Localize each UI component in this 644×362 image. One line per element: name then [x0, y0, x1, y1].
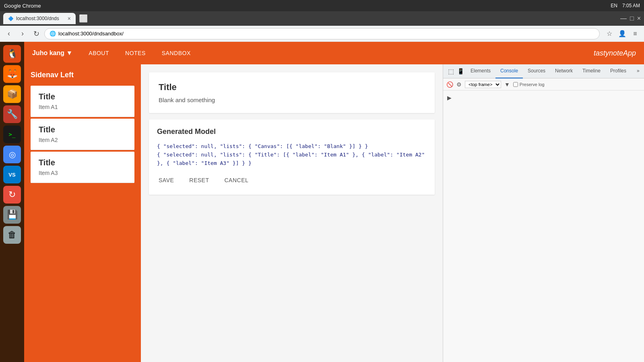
new-tab-button[interactable]: ⬜	[79, 14, 88, 23]
generated-model-heading: Generated Model	[157, 128, 427, 136]
taskbar-right: EN 7:05 AM	[611, 3, 640, 8]
devtools-frame-select[interactable]: <top frame>	[465, 81, 501, 88]
taskbar-input-method: EN	[611, 3, 617, 8]
star-button[interactable]: ☆	[604, 28, 615, 39]
tab-close-button[interactable]: ×	[68, 15, 71, 22]
forward-button[interactable]: ›	[17, 28, 28, 39]
sidebar-icon-visual-studio[interactable]: VS	[3, 166, 21, 183]
save-button[interactable]: SAVE	[157, 174, 175, 187]
devtools-panel: ⬚ 📱 Elements Console Sources Network Tim…	[443, 64, 644, 362]
sidenav-card-1-item: Item A2	[39, 137, 126, 143]
sidenav-card-0[interactable]: Title Item A1	[31, 86, 134, 117]
os-taskbar: Google Chrome EN 7:05 AM	[0, 0, 644, 11]
maximize-button[interactable]: □	[630, 15, 634, 22]
devtools-toolbar: 🚫 ⚙ <top frame> ▼ Preserve log	[443, 78, 644, 90]
sidenav-card-2-item: Item A3	[39, 170, 126, 176]
sidenav-card-1-title: Title	[39, 125, 126, 134]
tab-network[interactable]: Network	[550, 64, 578, 78]
preserve-log-text: Preserve log	[520, 82, 545, 87]
generated-model-code: { "selected": null, "lists": { "Canvas":…	[157, 142, 427, 167]
sidenav: Sidenav Left Title Item A1 Title Item A2…	[24, 64, 141, 362]
menu-button[interactable]: ≡	[630, 28, 641, 39]
tab-sources[interactable]: Sources	[523, 64, 550, 78]
devtools-frame-expand-button[interactable]: ▼	[504, 81, 510, 88]
sidebar-icon-trash[interactable]: 🗑	[3, 226, 21, 244]
app-nav: Juho kang ▼ ABOUT NOTES SANDBOX tastynot…	[24, 42, 644, 64]
tab-profiles[interactable]: Profiles	[605, 64, 631, 78]
tab-more[interactable]: »	[632, 64, 644, 78]
tab-favicon: 🔷	[8, 16, 14, 21]
devtools-tabs: ⬚ 📱 Elements Console Sources Network Tim…	[443, 64, 644, 78]
generated-model-section: Generated Model { "selected": null, "lis…	[149, 119, 435, 195]
preserve-log-checkbox[interactable]	[513, 82, 518, 87]
close-button[interactable]: ×	[637, 15, 641, 22]
devtools-expand-button[interactable]: ▶	[446, 94, 452, 102]
taskbar-time: 7:05 AM	[622, 3, 640, 8]
sidenav-title: Sidenav Left	[31, 71, 134, 79]
app-logo[interactable]: tastynoteApp	[594, 49, 636, 58]
devtools-filter-button[interactable]: ⚙	[456, 81, 462, 88]
sidebar-icon-update[interactable]: ↻	[3, 186, 21, 204]
nav-item-notes[interactable]: NOTES	[117, 42, 154, 64]
sidebar-icon-ubuntu[interactable]: 🐧	[3, 45, 21, 63]
selected-card-description: Blank and something	[159, 97, 425, 103]
generated-line-0: { "selected": null, "lists": { "Canvas":…	[157, 142, 427, 151]
chrome-window: 🔷 localhost:3000/dnds × ⬜ — □ × ‹ › ↻ 🌐 …	[0, 11, 644, 362]
sidenav-card-0-title: Title	[39, 92, 126, 101]
app-brand[interactable]: Juho kang ▼	[32, 49, 72, 57]
sidebar-icon-amazon[interactable]: 📦	[3, 85, 21, 103]
chrome-tab[interactable]: 🔷 localhost:3000/dnds ×	[3, 13, 76, 24]
sidenav-card-0-item: Item A1	[39, 104, 126, 110]
devtools-clear-button[interactable]: 🚫	[446, 81, 453, 88]
sidebar-icon-chrome[interactable]: ◎	[3, 146, 21, 163]
toolbar-actions: ☆ 👤 ≡	[604, 28, 641, 39]
account-button[interactable]: 👤	[617, 28, 628, 39]
taskbar-left: Google Chrome	[4, 3, 41, 9]
chrome-toolbar: ‹ › ↻ 🌐 localhost:3000/dndsandbox/ ☆ 👤 ≡	[0, 26, 644, 42]
reset-button[interactable]: RESET	[188, 174, 211, 187]
tab-elements[interactable]: Elements	[466, 64, 495, 78]
reload-button[interactable]: ↻	[31, 28, 42, 39]
minimize-button[interactable]: —	[620, 15, 627, 22]
taskbar-app-name: Google Chrome	[4, 3, 41, 9]
sidebar-icon-tools[interactable]: 🔧	[3, 105, 21, 123]
sidenav-list: Title Item A1 Title Item A2 Title Item A…	[31, 86, 134, 183]
sidebar-icon-terminal[interactable]: >_	[3, 125, 21, 143]
nav-item-sandbox[interactable]: SANDBOX	[154, 42, 199, 64]
sidenav-card-1[interactable]: Title Item A2	[31, 119, 134, 150]
app-body: Sidenav Left Title Item A1 Title Item A2…	[24, 64, 644, 362]
generated-line-1: { "selected": null, "lists": { "Title": …	[157, 151, 427, 168]
cancel-button[interactable]: CANCEL	[223, 174, 250, 187]
main-content: 🐧 🦊 📦 🔧 >_ ◎ VS ↻ 💾 🗑 Juho kang ▼ ABOUT …	[0, 42, 644, 362]
chrome-titlebar: 🔷 localhost:3000/dnds × ⬜ — □ ×	[0, 11, 644, 26]
devtools-mobile-icon[interactable]: 📱	[456, 67, 466, 75]
action-buttons: SAVE RESET CANCEL	[157, 174, 427, 187]
back-button[interactable]: ‹	[3, 28, 14, 39]
selected-card: Title Blank and something	[149, 72, 435, 113]
address-favicon-icon: 🌐	[50, 31, 56, 37]
app-area: Juho kang ▼ ABOUT NOTES SANDBOX tastynot…	[24, 42, 644, 362]
sidebar-icon-storage[interactable]: 💾	[3, 206, 21, 224]
os-sidebar: 🐧 🦊 📦 🔧 >_ ◎ VS ↻ 💾 🗑	[0, 42, 24, 362]
devtools-inspect-icon[interactable]: ⬚	[446, 67, 456, 76]
address-url: localhost:3000/dndsandbox/	[58, 31, 124, 37]
sidenav-card-2[interactable]: Title Item A3	[31, 152, 134, 183]
tab-title: localhost:3000/dnds	[16, 16, 59, 21]
selected-card-title: Title	[159, 82, 425, 93]
window-controls: — □ ×	[620, 15, 641, 22]
address-bar[interactable]: 🌐 localhost:3000/dndsandbox/	[44, 28, 600, 39]
tab-console[interactable]: Console	[495, 64, 523, 78]
sidebar-icon-firefox[interactable]: 🦊	[3, 65, 21, 83]
nav-item-about[interactable]: ABOUT	[80, 42, 117, 64]
main-panel: Title Blank and something Generated Mode…	[141, 64, 443, 362]
sidenav-card-2-title: Title	[39, 158, 126, 167]
devtools-content: ▶	[443, 90, 644, 362]
preserve-log-label[interactable]: Preserve log	[513, 82, 545, 87]
tab-timeline[interactable]: Timeline	[578, 64, 605, 78]
